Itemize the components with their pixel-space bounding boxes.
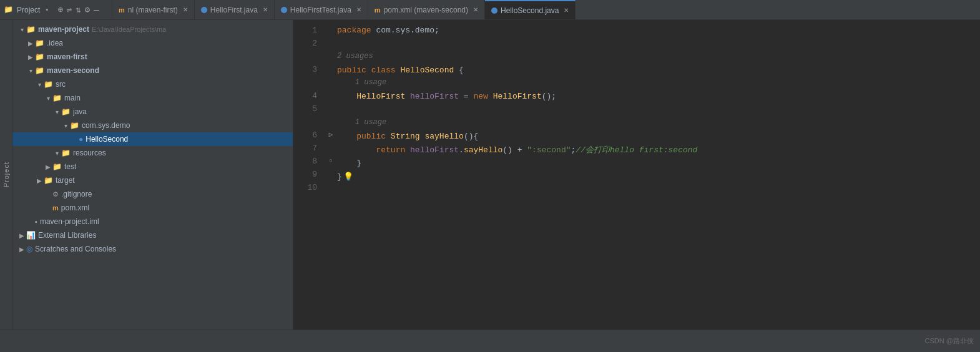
tree-item-src[interactable]: ▾ 📁 src: [12, 77, 293, 91]
tree-root[interactable]: ▾ 📁 maven-project E:\Java\IdeaProjects\m…: [12, 22, 293, 36]
item-label: target: [56, 176, 75, 185]
tab-hellofirsttest[interactable]: HelloFirstTest.java ✕: [275, 0, 368, 19]
code-line-5: [337, 104, 968, 117]
chevron-icon: ▶: [26, 54, 35, 61]
panel-title: Project: [17, 6, 40, 14]
item-label: src: [56, 80, 66, 89]
tab-close-icon[interactable]: ✕: [183, 6, 188, 13]
tab-close-icon[interactable]: ✕: [356, 6, 361, 13]
tree-item-package[interactable]: ▾ 📁 com.sys.demo: [12, 119, 293, 132]
tab-pom-maven-second[interactable]: m pom.xml (maven-second) ✕: [368, 0, 485, 19]
code-area[interactable]: package com.sys.demo; 2 usages public cl…: [337, 24, 980, 326]
tab-close-icon[interactable]: ✕: [564, 7, 569, 14]
chevron-icon: ▶: [26, 40, 35, 47]
item-label: resources: [73, 149, 106, 157]
folder-icon: 📁: [61, 149, 71, 157]
tree-item-target[interactable]: ▶ 📁 target: [12, 174, 293, 187]
folder-icon: 📁: [4, 5, 13, 14]
chevron-down-icon[interactable]: ▾: [45, 6, 49, 14]
add-icon[interactable]: ⊕: [57, 4, 62, 15]
tree-item-gitignore[interactable]: ⚙ .gitignore: [12, 187, 293, 201]
java-file-icon: [281, 7, 287, 13]
package-icon: 📁: [70, 121, 79, 130]
tree-item-resources[interactable]: ▾ 📁 resources: [12, 146, 293, 160]
sync-icon[interactable]: ⇌: [67, 4, 72, 15]
bulb-icon[interactable]: 💡: [343, 172, 353, 182]
gutter-hint-2: [325, 76, 337, 89]
folder-icon: 📁: [35, 66, 44, 75]
item-label: .idea: [47, 39, 63, 47]
gutter-line-9: [325, 168, 337, 181]
tree-item-maven-second[interactable]: ▾ 📁 maven-second: [12, 64, 293, 77]
tree-item-maven-first[interactable]: ▶ 📁 maven-first: [12, 50, 293, 64]
gutter-line-8: ○: [325, 155, 337, 168]
gutter-icons: ▷ ○: [325, 24, 337, 326]
tree-item-pom[interactable]: m pom.xml: [12, 201, 293, 215]
sidebar-scroll[interactable]: ▾ 📁 maven-project E:\Java\IdeaProjects\m…: [12, 20, 293, 330]
java-file-icon: [201, 7, 207, 13]
tabs-area: m nl (maven-first) ✕ HelloFirst.java ✕ H…: [112, 0, 980, 19]
tree-item-idea[interactable]: ▶ 📁 .idea: [12, 36, 293, 50]
folder-icon: 📁: [26, 25, 36, 34]
project-tree: ▾ 📁 maven-project E:\Java\IdeaProjects\m…: [12, 20, 293, 330]
item-label: maven-project.iml: [40, 217, 99, 226]
chevron-icon: ▾: [52, 150, 61, 157]
tree-item-main[interactable]: ▾ 📁 main: [12, 91, 293, 105]
item-label: java: [73, 107, 87, 116]
chevron-expand-icon: ▾: [17, 26, 26, 33]
tab-hellofirst[interactable]: HelloFirst.java ✕: [195, 0, 275, 19]
chevron-icon: ▾: [26, 67, 35, 74]
tree-item-hellosecond[interactable]: ● HelloSecond: [12, 132, 293, 146]
tab-pom-maven-first[interactable]: m nl (maven-first) ✕: [112, 0, 195, 19]
settings-icon[interactable]: ⚙: [85, 4, 90, 15]
tab-bar: 📁 Project ▾ ⊕ ⇌ ⇅ ⚙ — m nl (maven-first)…: [0, 0, 980, 20]
minimize-icon[interactable]: —: [94, 5, 99, 15]
item-label: HelloSecond: [86, 135, 128, 144]
item-label: test: [64, 162, 76, 171]
editor-content[interactable]: 1 2 - 3 - 4 5 - 6 7 8 9 10: [293, 20, 980, 330]
code-line-3: public class HelloSecond {: [337, 64, 968, 77]
code-hint-usages-3: 1 usage: [337, 117, 968, 130]
tab-label: HelloFirstTest.java: [290, 6, 351, 14]
item-label: .gitignore: [61, 190, 92, 198]
item-label: maven-second: [47, 66, 99, 75]
code-line-10: [337, 183, 968, 197]
vertical-label: Project: [2, 162, 10, 187]
code-line-7: return helloFirst.sayHello() + ":second"…: [337, 144, 968, 157]
code-hint-usages-1: 2 usages: [337, 51, 968, 64]
item-label: com.sys.demo: [82, 121, 130, 130]
gutter-line-1: [325, 24, 337, 37]
folder-icon: 📁: [44, 80, 53, 89]
folder-icon: 📁: [61, 107, 71, 116]
java-file-icon: [491, 7, 497, 14]
root-path: E:\Java\IdeaProjects\ma: [92, 26, 166, 33]
code-line-6: public String sayHello(){: [337, 130, 968, 143]
main-area: Project ▾ 📁 maven-project E:\Java\IdeaPr…: [0, 20, 980, 330]
code-line-8: }: [337, 157, 968, 170]
chevron-icon: ▾: [61, 122, 70, 129]
watermark: CSDN @路非侠: [925, 336, 974, 346]
tab-close-icon[interactable]: ✕: [263, 6, 268, 13]
tree-item-iml[interactable]: ▪ maven-project.iml: [12, 215, 293, 228]
project-panel-header: 📁 Project ▾ ⊕ ⇌ ⇅ ⚙ —: [0, 0, 112, 19]
gutter-line-3: [325, 63, 337, 76]
tree-item-external-libraries[interactable]: ▶ 📊 External Libraries: [12, 228, 293, 242]
folder-icon: 📁: [35, 52, 44, 61]
code-line-4: HelloFirst helloFirst = new HelloFirst()…: [337, 90, 968, 103]
tree-item-test[interactable]: ▶ 📁 test: [12, 160, 293, 174]
collapse-icon[interactable]: ⇅: [76, 4, 81, 15]
tree-item-java-folder[interactable]: ▾ 📁 java: [12, 105, 293, 119]
gitignore-icon: ⚙: [52, 190, 59, 198]
scratch-icon: ◎: [26, 245, 32, 253]
editor: 1 2 - 3 - 4 5 - 6 7 8 9 10: [293, 20, 980, 330]
tab-label: pom.xml (maven-second): [384, 6, 468, 14]
gutter-line-10: [325, 181, 337, 194]
tab-hellosecond[interactable]: HelloSecond.java ✕: [485, 0, 576, 19]
folder-icon: 📁: [52, 94, 62, 102]
tab-close-icon[interactable]: ✕: [473, 6, 478, 13]
item-label: maven-first: [47, 52, 87, 61]
maven-icon: m: [119, 6, 125, 14]
code-line-9: }💡: [337, 170, 968, 183]
folder-icon: 📁: [44, 176, 53, 185]
tree-item-scratches[interactable]: ▶ ◎ Scratches and Consoles: [12, 242, 293, 256]
